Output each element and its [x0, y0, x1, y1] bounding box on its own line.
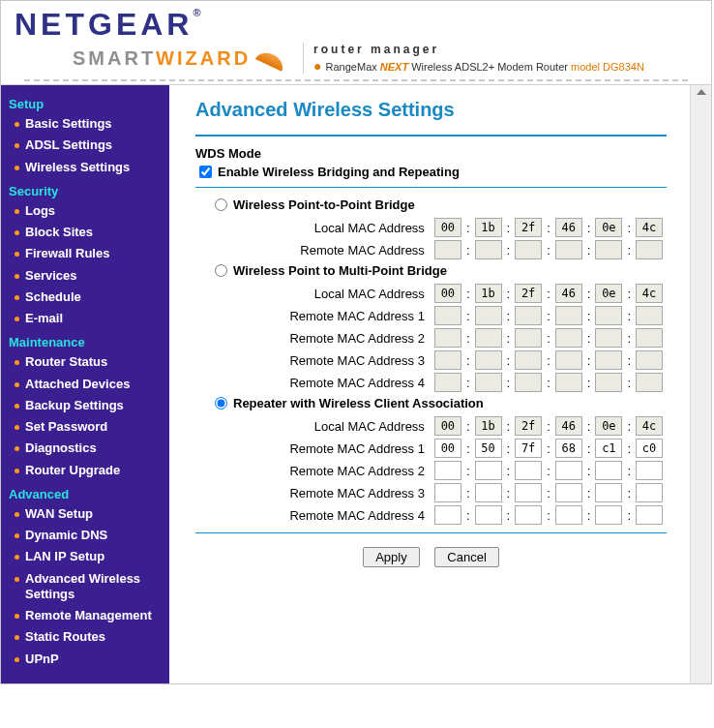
mac-octet-input[interactable]	[555, 505, 582, 525]
sidebar-item[interactable]: Block Sites	[9, 222, 162, 243]
mac-octet-input	[555, 306, 582, 325]
sidebar-link[interactable]: ADSL Settings	[25, 137, 112, 153]
sidebar-link[interactable]: WAN Setup	[25, 506, 93, 522]
sidebar-item[interactable]: Static Routes	[9, 626, 162, 648]
enable-bridging-label: Enable Wireless Bridging and Repeating	[218, 165, 460, 179]
mac-octet-input[interactable]	[515, 461, 542, 480]
sidebar-link[interactable]: Schedule	[25, 289, 81, 305]
mac-octet-input	[636, 306, 663, 325]
sidebar-item[interactable]: UPnP	[9, 649, 162, 670]
colon-separator: :	[627, 331, 631, 346]
sidebar-item[interactable]: ADSL Settings	[9, 135, 162, 156]
sidebar-link[interactable]: Block Sites	[25, 225, 93, 240]
bullet-icon	[15, 512, 19, 517]
sidebar-link[interactable]: UPnP	[25, 652, 59, 667]
bullet-icon	[15, 425, 19, 430]
sidebar-link[interactable]: E-mail	[25, 311, 63, 326]
mac-octet-input	[595, 416, 622, 436]
sidebar-link[interactable]: Basic Settings	[25, 116, 112, 132]
sidebar-item[interactable]: Router Status	[9, 351, 162, 373]
sidebar-item[interactable]: Set Password	[9, 416, 162, 438]
mac-octet-input[interactable]	[555, 439, 582, 458]
scrollbar[interactable]	[690, 85, 711, 683]
sidebar-item[interactable]: Schedule	[9, 287, 162, 308]
sidebar-link[interactable]: Diagnostics	[25, 440, 97, 456]
mac-octet-input[interactable]	[555, 483, 582, 502]
sidebar-link[interactable]: Logs	[25, 203, 55, 219]
sidebar-item[interactable]: E-mail	[9, 308, 162, 329]
sidebar-item[interactable]: Backup Settings	[9, 395, 162, 416]
mac-octet-input	[475, 218, 502, 237]
sidebar-item[interactable]: Attached Devices	[9, 374, 162, 395]
mac-octet-input	[475, 416, 502, 436]
sidebar-item[interactable]: Remote Management	[9, 605, 162, 626]
sidebar-item[interactable]: Services	[9, 265, 162, 287]
sidebar-item[interactable]: Router Upgrade	[9, 460, 162, 481]
mac-octet-input[interactable]	[636, 505, 663, 525]
sidebar-item[interactable]: Dynamic DNS	[9, 525, 162, 546]
colon-separator: :	[627, 221, 631, 235]
sidebar-item[interactable]: Advanced Wireless Settings	[9, 568, 162, 606]
colon-separator: :	[507, 243, 511, 258]
mac-octet-input[interactable]	[595, 483, 622, 502]
sidebar-link[interactable]: Set Password	[25, 419, 107, 435]
colon-separator: :	[547, 221, 550, 235]
sidebar-link[interactable]: Attached Devices	[25, 377, 130, 392]
mode-radio-rep[interactable]	[215, 397, 227, 410]
mac-octet-input[interactable]	[595, 505, 622, 525]
colon-separator: :	[587, 486, 591, 500]
sidebar-link[interactable]: Backup Settings	[25, 398, 124, 413]
mode-radio-ptp[interactable]	[215, 198, 227, 211]
bullet-icon	[15, 166, 19, 170]
mode-radio-ptmp[interactable]	[215, 264, 227, 277]
mac-row: Local MAC Address:::::	[215, 218, 663, 237]
sidebar-link[interactable]: Dynamic DNS	[25, 528, 107, 543]
sidebar-link[interactable]: Services	[25, 268, 77, 284]
sidebar-link[interactable]: Router Upgrade	[25, 463, 120, 478]
mac-row: Local MAC Address:::::	[215, 284, 663, 303]
mac-fields: :::::	[434, 306, 663, 325]
enable-bridging-checkbox[interactable]	[199, 166, 212, 178]
sidebar-link[interactable]: LAN IP Setup	[25, 549, 104, 564]
apply-button[interactable]: Apply	[363, 547, 420, 567]
router-model-line: ●RangeMax NEXT Wireless ADSL2+ Modem Rou…	[313, 58, 644, 74]
mac-octet-input[interactable]	[434, 483, 461, 502]
mac-octet-input[interactable]	[434, 505, 461, 525]
mac-fields: :::::	[434, 483, 663, 502]
sidebar: SetupBasic SettingsADSL SettingsWireless…	[1, 85, 169, 683]
sidebar-link[interactable]: Remote Management	[25, 608, 152, 623]
mac-octet-input[interactable]	[636, 461, 663, 480]
mac-octet-input[interactable]	[475, 461, 502, 480]
sidebar-link[interactable]: Static Routes	[25, 629, 105, 645]
sidebar-link[interactable]: Router Status	[25, 354, 107, 370]
sidebar-item[interactable]: Diagnostics	[9, 438, 162, 459]
mac-octet-input[interactable]	[475, 505, 502, 525]
sidebar-item[interactable]: Logs	[9, 200, 162, 222]
scroll-up-icon[interactable]	[697, 89, 706, 95]
sidebar-link[interactable]: Wireless Settings	[25, 160, 130, 175]
mac-octet-input[interactable]	[434, 439, 461, 458]
mac-octet-input[interactable]	[475, 483, 502, 502]
mac-octet-input[interactable]	[434, 461, 461, 480]
mac-octet-input[interactable]	[595, 461, 622, 480]
mac-octet-input[interactable]	[475, 439, 502, 458]
mac-octet-input[interactable]	[636, 439, 663, 458]
sidebar-item[interactable]: WAN Setup	[9, 503, 162, 525]
wds-mode-label: WDS Mode	[195, 146, 667, 161]
sidebar-link[interactable]: Advanced Wireless Settings	[25, 571, 162, 603]
mac-octet-input[interactable]	[555, 461, 582, 480]
sidebar-item[interactable]: Basic Settings	[9, 113, 162, 135]
sidebar-link[interactable]: Firewall Rules	[25, 246, 109, 261]
cancel-button[interactable]: Cancel	[434, 547, 498, 567]
mac-octet-input[interactable]	[515, 483, 542, 502]
mac-octet-input[interactable]	[636, 483, 663, 502]
sidebar-item[interactable]: Firewall Rules	[9, 243, 162, 264]
mac-octet-input[interactable]	[595, 439, 622, 458]
page-title: Advanced Wireless Settings	[195, 99, 667, 121]
sidebar-item[interactable]: Wireless Settings	[9, 157, 162, 178]
mac-octet-input[interactable]	[515, 439, 542, 458]
sidebar-item[interactable]: LAN IP Setup	[9, 546, 162, 567]
colon-separator: :	[466, 221, 470, 235]
title-divider	[195, 135, 667, 136]
mac-octet-input[interactable]	[515, 505, 542, 525]
